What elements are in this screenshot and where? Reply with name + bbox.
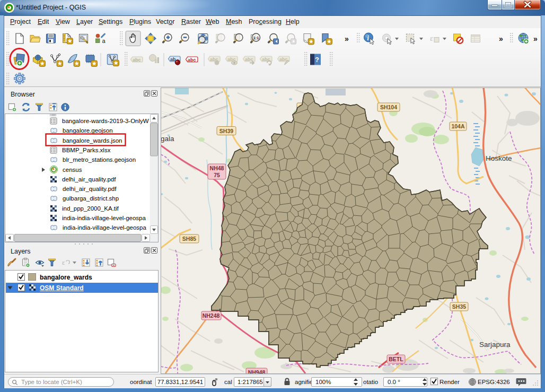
svg-text:SH104: SH104	[380, 104, 397, 110]
svg-text:»: »	[499, 34, 503, 43]
svg-text:75: 75	[214, 172, 220, 178]
svg-text:BETL: BETL	[389, 356, 403, 362]
svg-text:abc: abc	[279, 57, 288, 62]
svg-text:ε: ε	[430, 34, 433, 42]
svg-text:SH39: SH39	[219, 128, 233, 134]
svg-text:SH85: SH85	[182, 236, 196, 242]
svg-text:NH248: NH248	[203, 312, 220, 319]
svg-text:abc: abc	[245, 57, 253, 62]
svg-text:Sarjapura: Sarjapura	[479, 341, 511, 349]
svg-text:ε: ε	[62, 258, 65, 266]
svg-text:NH948: NH948	[248, 369, 266, 373]
svg-text:104A: 104A	[451, 123, 465, 129]
svg-text:gala: gala	[161, 135, 174, 143]
svg-text:»: »	[533, 34, 538, 43]
svg-text:»: »	[345, 34, 349, 43]
svg-text:a: a	[102, 38, 106, 44]
svg-text:NH48: NH48	[210, 165, 224, 171]
svg-text:1:1: 1:1	[253, 36, 259, 40]
svg-text:Hoskote: Hoskote	[486, 154, 512, 162]
svg-text:abc: abc	[133, 57, 141, 63]
svg-text:SH35: SH35	[452, 303, 466, 310]
svg-text:?: ?	[315, 56, 319, 64]
svg-text:abc: abc	[188, 57, 196, 63]
